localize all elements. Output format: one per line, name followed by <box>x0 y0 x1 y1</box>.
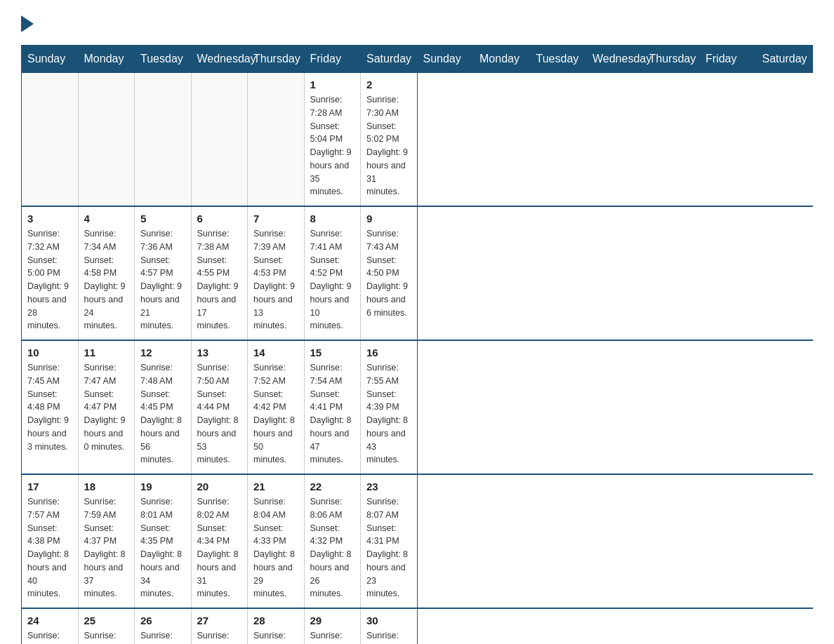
calendar-cell: 8Sunrise: 7:41 AMSunset: 4:52 PMDaylight… <box>304 206 361 340</box>
calendar-cell: 6Sunrise: 7:38 AMSunset: 4:55 PMDaylight… <box>191 206 248 340</box>
calendar-cell <box>191 73 248 207</box>
day-info: Sunrise: 7:32 AMSunset: 5:00 PMDaylight:… <box>27 227 72 333</box>
day-info: Sunrise: 8:01 AMSunset: 4:35 PMDaylight:… <box>140 495 185 601</box>
calendar-cell: 19Sunrise: 8:01 AMSunset: 4:35 PMDayligh… <box>135 474 192 608</box>
day-info: Sunrise: 7:59 AMSunset: 4:37 PMDaylight:… <box>84 495 129 601</box>
calendar-week-row: 10Sunrise: 7:45 AMSunset: 4:48 PMDayligh… <box>22 340 813 474</box>
calendar-cell: 9Sunrise: 7:43 AMSunset: 4:50 PMDaylight… <box>361 206 418 340</box>
day-number: 27 <box>197 615 242 626</box>
day-of-week-header: Wednesday <box>191 46 248 73</box>
calendar-cell: 21Sunrise: 8:04 AMSunset: 4:33 PMDayligh… <box>248 474 305 608</box>
day-info: Sunrise: 7:43 AMSunset: 4:50 PMDaylight:… <box>366 227 411 319</box>
calendar-cell: 27Sunrise: 8:14 AMSunset: 4:27 PMDayligh… <box>191 608 248 644</box>
day-number: 23 <box>366 481 411 492</box>
day-info: Sunrise: 7:30 AMSunset: 5:02 PMDaylight:… <box>366 93 411 199</box>
calendar-cell: 25Sunrise: 8:11 AMSunset: 4:29 PMDayligh… <box>78 608 135 644</box>
calendar-cell: 1Sunrise: 7:28 AMSunset: 5:04 PMDaylight… <box>304 73 361 207</box>
calendar-cell <box>78 73 135 207</box>
day-number: 17 <box>27 481 72 492</box>
day-number: 18 <box>84 481 129 492</box>
day-info: Sunrise: 7:52 AMSunset: 4:42 PMDaylight:… <box>253 361 298 467</box>
day-number: 11 <box>84 347 129 358</box>
calendar-cell: 13Sunrise: 7:50 AMSunset: 4:44 PMDayligh… <box>191 340 248 474</box>
day-info: Sunrise: 8:04 AMSunset: 4:33 PMDaylight:… <box>253 495 298 601</box>
calendar-week-row: 1Sunrise: 7:28 AMSunset: 5:04 PMDaylight… <box>22 73 813 207</box>
calendar-cell: 22Sunrise: 8:06 AMSunset: 4:32 PMDayligh… <box>304 474 361 608</box>
day-info: Sunrise: 8:06 AMSunset: 4:32 PMDaylight:… <box>310 495 355 601</box>
day-of-week-header: Sunday <box>417 46 474 73</box>
logo-blue-row <box>21 14 37 31</box>
day-info: Sunrise: 7:54 AMSunset: 4:41 PMDaylight:… <box>310 361 355 467</box>
day-of-week-header: Tuesday <box>530 46 587 73</box>
day-number: 26 <box>140 615 185 626</box>
calendar-cell: 3Sunrise: 7:32 AMSunset: 5:00 PMDaylight… <box>22 206 79 340</box>
day-info: Sunrise: 7:48 AMSunset: 4:45 PMDaylight:… <box>140 361 185 467</box>
day-of-week-header: Friday <box>304 46 361 73</box>
calendar-week-row: 24Sunrise: 8:09 AMSunset: 4:30 PMDayligh… <box>22 608 813 644</box>
day-of-week-header: Thursday <box>643 46 700 73</box>
calendar-cell: 5Sunrise: 7:36 AMSunset: 4:57 PMDaylight… <box>135 206 192 340</box>
day-info: Sunrise: 8:17 AMSunset: 4:25 PMDaylight:… <box>310 629 355 644</box>
day-info: Sunrise: 8:09 AMSunset: 4:30 PMDaylight:… <box>27 629 72 644</box>
day-info: Sunrise: 7:34 AMSunset: 4:58 PMDaylight:… <box>84 227 129 333</box>
day-of-week-header: Saturday <box>361 46 418 73</box>
calendar-cell: 14Sunrise: 7:52 AMSunset: 4:42 PMDayligh… <box>248 340 305 474</box>
day-of-week-header: Wednesday <box>587 46 644 73</box>
calendar-cell: 29Sunrise: 8:17 AMSunset: 4:25 PMDayligh… <box>304 608 361 644</box>
day-number: 28 <box>253 615 298 626</box>
day-number: 12 <box>140 347 185 358</box>
day-number: 30 <box>366 615 411 626</box>
day-number: 14 <box>253 347 298 358</box>
day-number: 13 <box>197 347 242 358</box>
calendar-cell: 18Sunrise: 7:59 AMSunset: 4:37 PMDayligh… <box>78 474 135 608</box>
calendar-cell <box>22 73 79 207</box>
day-number: 25 <box>84 615 129 626</box>
day-info: Sunrise: 7:57 AMSunset: 4:38 PMDaylight:… <box>27 495 72 601</box>
calendar-cell: 4Sunrise: 7:34 AMSunset: 4:58 PMDaylight… <box>78 206 135 340</box>
day-of-week-header: Sunday <box>22 46 79 73</box>
day-number: 20 <box>197 481 242 492</box>
day-info: Sunrise: 8:11 AMSunset: 4:29 PMDaylight:… <box>84 629 129 644</box>
day-of-week-header: Monday <box>78 46 135 73</box>
day-of-week-header: Tuesday <box>135 46 192 73</box>
day-number: 5 <box>140 213 185 224</box>
calendar-cell: 30Sunrise: 8:18 AMSunset: 4:24 PMDayligh… <box>361 608 418 644</box>
day-info: Sunrise: 8:14 AMSunset: 4:27 PMDaylight:… <box>197 629 242 644</box>
day-info: Sunrise: 8:18 AMSunset: 4:24 PMDaylight:… <box>366 629 411 644</box>
calendar-cell: 16Sunrise: 7:55 AMSunset: 4:39 PMDayligh… <box>361 340 418 474</box>
day-number: 19 <box>140 481 185 492</box>
calendar-cell: 2Sunrise: 7:30 AMSunset: 5:02 PMDaylight… <box>361 73 418 207</box>
calendar-table: SundayMondayTuesdayWednesdayThursdayFrid… <box>21 45 813 644</box>
calendar-cell <box>135 73 192 207</box>
day-number: 22 <box>310 481 355 492</box>
day-info: Sunrise: 7:39 AMSunset: 4:53 PMDaylight:… <box>253 227 298 333</box>
day-info: Sunrise: 8:07 AMSunset: 4:31 PMDaylight:… <box>366 495 411 601</box>
day-of-week-header: Monday <box>474 46 531 73</box>
day-number: 24 <box>27 615 72 626</box>
day-info: Sunrise: 8:12 AMSunset: 4:28 PMDaylight:… <box>140 629 185 644</box>
calendar-cell: 17Sunrise: 7:57 AMSunset: 4:38 PMDayligh… <box>22 474 79 608</box>
day-info: Sunrise: 7:50 AMSunset: 4:44 PMDaylight:… <box>197 361 242 467</box>
calendar-cell: 7Sunrise: 7:39 AMSunset: 4:53 PMDaylight… <box>248 206 305 340</box>
day-info: Sunrise: 7:45 AMSunset: 4:48 PMDaylight:… <box>27 361 72 453</box>
calendar-cell: 28Sunrise: 8:15 AMSunset: 4:26 PMDayligh… <box>248 608 305 644</box>
calendar-cell: 26Sunrise: 8:12 AMSunset: 4:28 PMDayligh… <box>135 608 192 644</box>
logo-arrow-icon <box>21 15 34 32</box>
calendar-cell: 23Sunrise: 8:07 AMSunset: 4:31 PMDayligh… <box>361 474 418 608</box>
day-number: 21 <box>253 481 298 492</box>
day-number: 7 <box>253 213 298 224</box>
day-number: 8 <box>310 213 355 224</box>
calendar-cell: 12Sunrise: 7:48 AMSunset: 4:45 PMDayligh… <box>135 340 192 474</box>
day-number: 10 <box>27 347 72 358</box>
calendar-week-row: 17Sunrise: 7:57 AMSunset: 4:38 PMDayligh… <box>22 474 813 608</box>
day-of-week-header: Saturday <box>756 46 813 73</box>
day-info: Sunrise: 8:15 AMSunset: 4:26 PMDaylight:… <box>253 629 298 644</box>
day-info: Sunrise: 7:38 AMSunset: 4:55 PMDaylight:… <box>197 227 242 333</box>
calendar-cell: 10Sunrise: 7:45 AMSunset: 4:48 PMDayligh… <box>22 340 79 474</box>
day-number: 15 <box>310 347 355 358</box>
day-number: 6 <box>197 213 242 224</box>
day-info: Sunrise: 7:36 AMSunset: 4:57 PMDaylight:… <box>140 227 185 333</box>
calendar-header-row: SundayMondayTuesdayWednesdayThursdayFrid… <box>22 46 813 73</box>
day-number: 16 <box>366 347 411 358</box>
calendar-week-row: 3Sunrise: 7:32 AMSunset: 5:00 PMDaylight… <box>22 206 813 340</box>
